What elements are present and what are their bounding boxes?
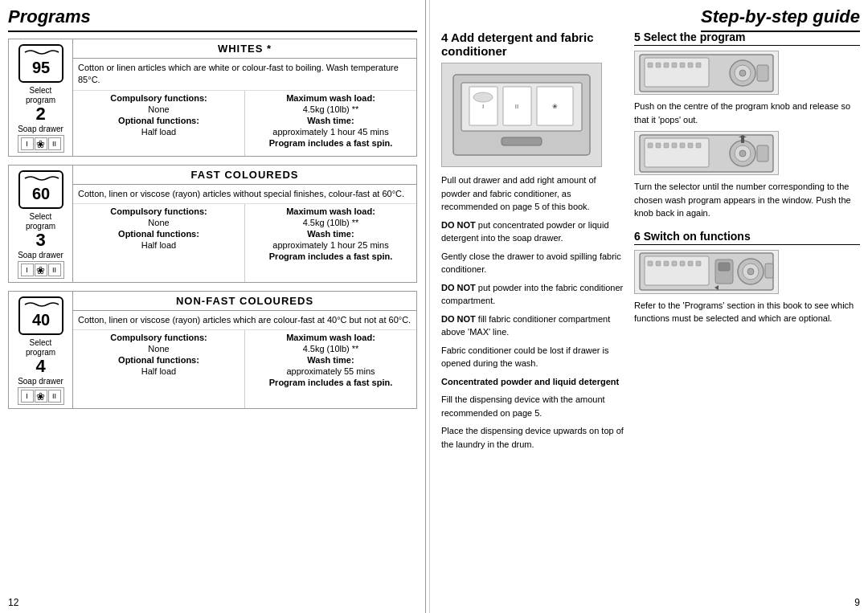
step4-para4: DO NOT put powder into the fabric condit… — [441, 281, 626, 308]
machine-svg-2 — [638, 133, 775, 174]
svg-rect-31 — [672, 143, 677, 148]
svg-rect-16 — [656, 63, 661, 67]
svg-rect-33 — [688, 143, 693, 148]
func-washtime-value-2: approximately 1 hour 25 mins — [249, 240, 412, 250]
svg-rect-11 — [502, 137, 542, 145]
func-maxwash-value-1: 4.5kg (10lb) ** — [249, 104, 412, 114]
program-number-3: 4 — [35, 358, 45, 375]
svg-rect-30 — [664, 143, 669, 148]
program-desc-3: Cotton, linen or viscose (rayon) article… — [73, 311, 416, 330]
step6-heading: 6 Switch on functions — [634, 230, 860, 245]
soap-icon-II-2: II — [48, 264, 61, 276]
soap-icon-I-2: I — [21, 264, 34, 276]
soap-icon-flower-2: ❀ — [35, 264, 47, 276]
func-washtime-value-1: approximately 1 hour 45 mins — [249, 127, 412, 137]
func-compulsory-3: Compulsory functions: None Optional func… — [73, 330, 245, 408]
soap-icon-I-3: I — [21, 390, 34, 403]
program-block-2: 60 Selectprogram 3 Soap drawer I ❀ II FA… — [8, 165, 417, 283]
program-right-2: FAST COLOUREDS Cotton, linen or viscose … — [73, 166, 416, 282]
step5-heading: 5 Select the program — [634, 31, 860, 46]
right-col-left: 4 Add detergent and fabric conditioner I… — [441, 31, 626, 607]
svg-rect-38 — [757, 145, 768, 161]
detergent-image: I II ❀ — [441, 63, 602, 167]
svg-rect-47 — [696, 261, 701, 266]
svg-rect-49 — [719, 263, 730, 271]
step4-para7: Fill the dispensing device with the amou… — [441, 393, 626, 419]
func-washtime-value-3: approximately 55 mins — [249, 366, 412, 376]
step4-section: 4 Add detergent and fabric conditioner I… — [441, 31, 626, 451]
soap-drawer-label-3: Soap drawer — [18, 377, 63, 386]
svg-rect-34 — [696, 143, 701, 148]
func-optional-value-2: Half load — [77, 240, 240, 250]
func-maxwash-1: Maximum wash load: 4.5kg (10lb) ** Wash … — [245, 91, 416, 156]
program-functions-1: Compulsory functions: None Optional func… — [73, 91, 416, 156]
machine-svg-1 — [638, 53, 775, 93]
func-compulsory-2: Compulsory functions: None Optional func… — [73, 204, 245, 282]
svg-rect-32 — [680, 143, 685, 148]
func-maxwash-header-2: Maximum wash load: — [249, 206, 412, 216]
temp-badge-1: 95 — [18, 44, 63, 83]
step4-para5-bold: DO NOT — [441, 314, 476, 324]
program-functions-2: Compulsory functions: None Optional func… — [73, 204, 416, 282]
step6-section: 6 Switch on functions — [634, 230, 860, 325]
soap-icons-1: I ❀ II — [18, 135, 64, 153]
func-optional-header-3: Optional functions: — [77, 355, 240, 365]
program-number-2: 3 — [35, 231, 45, 249]
svg-point-24 — [739, 70, 746, 76]
program-title-2: FAST COLOUREDS — [73, 166, 416, 185]
step6-para1: Refer to the 'Programs' section in this … — [634, 299, 860, 325]
svg-rect-46 — [688, 261, 693, 266]
program-desc-1: Cotton or linen articles which are white… — [73, 59, 416, 91]
svg-rect-15 — [648, 63, 653, 67]
func-maxwash-header-3: Maximum wash load: — [249, 333, 412, 342]
svg-rect-43 — [664, 261, 669, 266]
func-washtime-header-2: Wash time: — [249, 229, 412, 239]
soap-drawer-label-1: Soap drawer — [18, 125, 63, 133]
func-maxwash-header-1: Maximum wash load: — [249, 93, 412, 103]
machine-diagram-2 — [634, 131, 779, 175]
select-label-3: Selectprogram — [26, 338, 55, 358]
step4-para1: Pull out drawer and add right amount of … — [441, 174, 626, 214]
step5-para1: Push on the centre of the program knob a… — [634, 100, 860, 126]
right-page-number: 9 — [854, 597, 860, 608]
svg-rect-41 — [648, 261, 653, 266]
soap-icon-flower-3: ❀ — [35, 390, 47, 403]
step4-para8: Place the dispensing device upwards on t… — [441, 424, 626, 451]
svg-rect-28 — [648, 143, 653, 148]
svg-text:❀: ❀ — [552, 103, 558, 110]
machine-svg-3 — [638, 251, 775, 292]
step5-para2: Turn the selector until the number corre… — [634, 180, 860, 220]
soap-icon-II-1: II — [48, 137, 61, 150]
func-compulsory-value-1: None — [77, 104, 240, 114]
temp-badge-2: 60 — [18, 170, 63, 209]
svg-rect-42 — [656, 261, 661, 266]
soap-icon-flower-1: ❀ — [35, 137, 47, 150]
soap-icons-3: I ❀ II — [18, 387, 64, 405]
program-functions-3: Compulsory functions: None Optional func… — [73, 330, 416, 408]
step4-para4-bold: DO NOT — [441, 283, 476, 292]
right-col-right: 5 Select the program — [634, 31, 860, 607]
func-optional-value-1: Half load — [77, 127, 240, 137]
svg-text:60: 60 — [31, 185, 49, 202]
svg-rect-14 — [645, 58, 709, 87]
program-title-3: NON-FAST COLOUREDS — [73, 292, 416, 311]
step4-conc-heading: Concentrated powder and liquid detergent — [441, 375, 626, 389]
program-number-1: 2 — [35, 105, 45, 123]
program-left-2: 60 Selectprogram 3 Soap drawer I ❀ II — [9, 166, 73, 282]
select-label-2: Selectprogram — [26, 212, 55, 231]
func-maxwash-2: Maximum wash load: 4.5kg (10lb) ** Wash … — [245, 204, 416, 282]
func-fastspin-2: Program includes a fast spin. — [249, 251, 412, 261]
func-washtime-header-1: Wash time: — [249, 116, 412, 125]
func-washtime-header-3: Wash time: — [249, 355, 412, 365]
program-desc-2: Cotton, linen or viscose (rayon) article… — [73, 185, 416, 204]
panel-divider — [429, 0, 430, 613]
right-panel: Step-by-step guide 4 Add detergent and f… — [433, 0, 868, 613]
machine-diagram-1 — [634, 51, 779, 95]
func-compulsory-value-2: None — [77, 218, 240, 227]
func-maxwash-3: Maximum wash load: 4.5kg (10lb) ** Wash … — [245, 330, 416, 408]
left-page-title: Programs — [8, 6, 417, 32]
temp-badge-3: 40 — [18, 296, 63, 335]
func-optional-header-2: Optional functions: — [77, 229, 240, 239]
svg-rect-44 — [672, 261, 677, 266]
svg-point-52 — [747, 268, 754, 275]
